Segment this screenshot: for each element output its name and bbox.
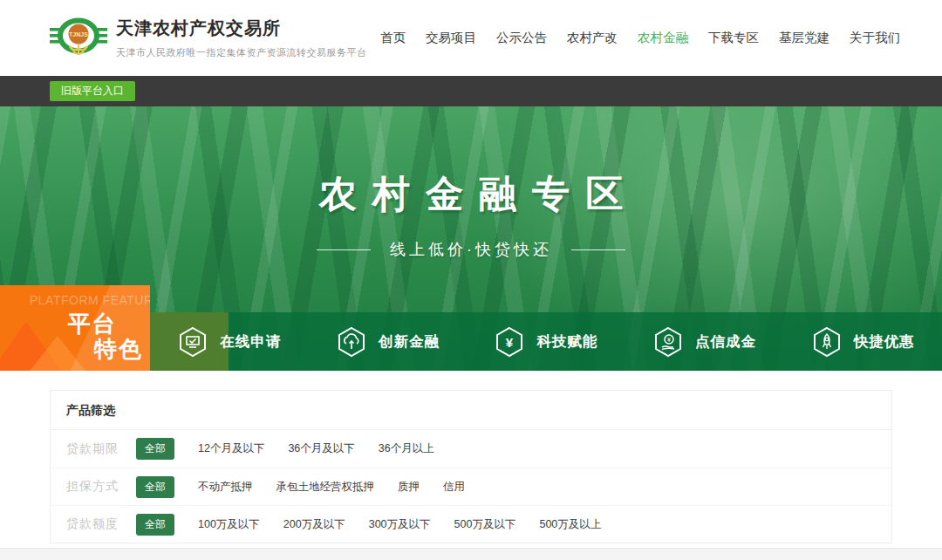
subtitle-line-right	[571, 249, 625, 250]
platform-features-block: PLATFORM FEATURES 平台 特色	[0, 285, 150, 371]
main-nav: 首页 交易项目 公示公告 农村产改 农村金融 下载专区 基层党建 关于我们	[380, 30, 900, 46]
filter-row-guarantee-type: 担保方式 全部 不动产抵押 承包土地经营权抵押 质押 信用	[51, 468, 891, 505]
filter-all-button[interactable]: 全部	[136, 514, 174, 536]
nav-item-home[interactable]: 首页	[380, 30, 406, 46]
svg-text:¥: ¥	[506, 335, 514, 350]
tab-label: 创新金融	[379, 332, 440, 352]
svg-text:¥: ¥	[667, 337, 671, 343]
filter-row-loan-amount: 贷款额度 全部 100万及以下 200万及以下 300万及以下 500万及以下 …	[51, 505, 891, 543]
nav-item-about[interactable]: 关于我们	[850, 30, 900, 46]
tab-credit-to-gold[interactable]: ¥ 点信成金	[625, 312, 784, 371]
monitor-check-icon	[177, 326, 208, 358]
tab-label: 点信成金	[695, 332, 756, 352]
filter-row-label: 贷款期限	[66, 441, 120, 457]
filter-option[interactable]: 500万及以下	[454, 517, 516, 532]
nav-item-announcements[interactable]: 公示公告	[496, 30, 547, 46]
brand-text: 天津农村产权交易所 天津市人民政府唯一指定集体资产资源流转交易服务平台	[116, 17, 367, 59]
nav-item-party-building[interactable]: 基层党建	[779, 30, 829, 46]
site-header: TJNJS 天津农村产权交易所 天津市人民政府唯一指定集体资产资源流转交易服务平…	[0, 0, 942, 76]
filter-option[interactable]: 36个月以上	[379, 441, 434, 456]
page: TJNJS 天津农村产权交易所 天津市人民政府唯一指定集体资产资源流转交易服务平…	[0, 0, 942, 560]
filter-option[interactable]: 100万及以下	[198, 517, 260, 532]
nav-item-downloads[interactable]: 下载专区	[708, 30, 759, 46]
subtitle-line-left	[317, 249, 371, 250]
footer-strip	[0, 548, 942, 560]
rocket-icon	[811, 326, 843, 358]
cloud-upload-icon	[336, 326, 367, 358]
filter-option[interactable]: 承包土地经营权抵押	[276, 480, 375, 495]
filter-row-loan-term: 贷款期限 全部 12个月及以下 36个月及以下 36个月以上	[51, 430, 891, 468]
main-content: 产品筛选 贷款期限 全部 12个月及以下 36个月及以下 36个月以上 担保方式…	[0, 390, 942, 543]
banner-subtitle-row: 线上低价·快贷快还	[0, 239, 942, 260]
tab-label: 科技赋能	[536, 332, 597, 352]
tab-label: 快捷优惠	[854, 332, 915, 352]
site-title: 天津农村产权交易所	[116, 17, 367, 40]
filter-option[interactable]: 200万及以下	[283, 517, 345, 532]
filter-option[interactable]: 300万及以下	[369, 517, 431, 532]
triangle-decor-large	[0, 322, 61, 371]
tab-innovative-finance[interactable]: 创新金融	[309, 312, 468, 371]
filter-row-label: 担保方式	[66, 479, 120, 495]
nav-item-rural-reform[interactable]: 农村产改	[567, 30, 618, 46]
coin-hand-icon: ¥	[652, 326, 684, 358]
filter-option[interactable]: 质押	[398, 480, 420, 495]
triangle-decor-small	[30, 336, 85, 371]
filter-all-button[interactable]: 全部	[136, 438, 174, 460]
filter-option[interactable]: 信用	[443, 480, 465, 495]
site-subtitle: 天津市人民政府唯一指定集体资产资源流转交易服务平台	[116, 46, 367, 59]
filter-panel-title: 产品筛选	[51, 391, 891, 430]
svg-text:TJNJS: TJNJS	[69, 31, 88, 38]
banner-subtitle: 线上低价·快贷快还	[390, 239, 552, 260]
nav-item-rural-finance[interactable]: 农村金融	[638, 30, 688, 46]
utility-bar: 旧版平台入口	[0, 76, 942, 106]
site-logo[interactable]: TJNJS 天津农村产权交易所 天津市人民政府唯一指定集体资产资源流转交易服务平…	[50, 11, 367, 65]
yuan-icon: ¥	[494, 326, 525, 358]
filter-option[interactable]: 不动产抵押	[198, 480, 253, 495]
feature-tabstrip: 在线申请 创新金融 ¥ 科技赋能	[150, 312, 942, 371]
finance-banner: 农村金融专区 线上低价·快贷快还 PLATFORM FEATURES 平台 特色	[0, 106, 942, 371]
features-title-line2: 特色	[94, 334, 143, 365]
filter-option[interactable]: 36个月及以下	[288, 441, 354, 456]
old-platform-button[interactable]: 旧版平台入口	[50, 81, 135, 100]
filter-option[interactable]: 500万及以上	[539, 517, 601, 532]
tab-quick-discount[interactable]: 快捷优惠	[783, 312, 942, 371]
tab-tech-empower[interactable]: ¥ 科技赋能	[467, 312, 625, 371]
filter-row-label: 贷款额度	[66, 516, 120, 532]
filter-all-button[interactable]: 全部	[136, 476, 174, 498]
tab-label: 在线申请	[220, 332, 281, 352]
product-filter-panel: 产品筛选 贷款期限 全部 12个月及以下 36个月及以下 36个月以上 担保方式…	[50, 390, 892, 543]
nav-item-projects[interactable]: 交易项目	[426, 30, 476, 46]
site-logo-icon: TJNJS	[50, 11, 107, 65]
tab-online-apply[interactable]: 在线申请	[150, 312, 309, 371]
banner-title: 农村金融专区	[0, 169, 942, 220]
filter-option[interactable]: 12个月及以下	[198, 441, 264, 456]
features-eyebrow: PLATFORM FEATURES	[30, 293, 150, 307]
